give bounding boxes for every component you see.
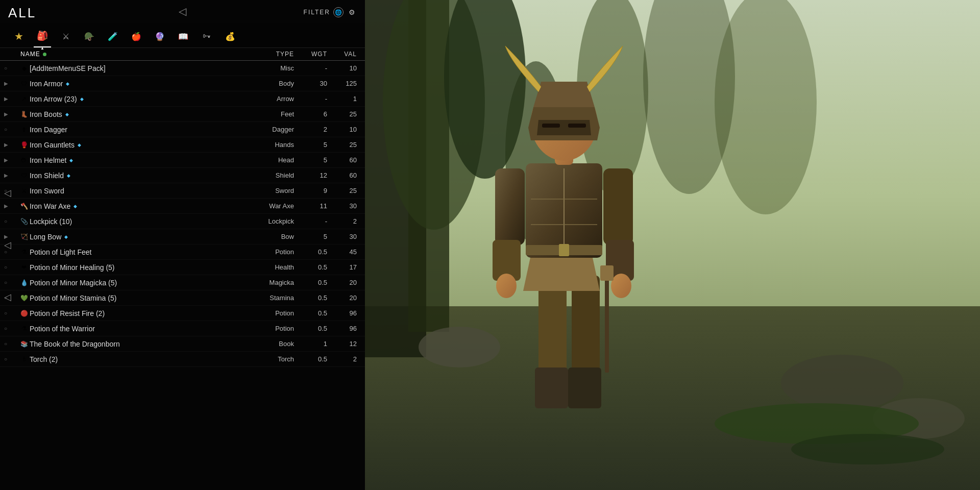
- item-name-cell: Iron Dagger: [30, 126, 243, 134]
- tab-all[interactable]: 🎒 ▲: [34, 25, 51, 47]
- nav-arrow-up[interactable]: ◁: [4, 187, 11, 199]
- tab-keys[interactable]: 🗝: [198, 28, 215, 45]
- item-type: Torch: [243, 355, 294, 363]
- filter-globe-icon[interactable]: 🌐: [333, 7, 344, 17]
- item-icon: 📎: [18, 218, 30, 225]
- item-row[interactable]: ○🔴Potion of Resist Fire (2)Potion0.596: [0, 306, 365, 321]
- item-weight: 5: [294, 141, 327, 149]
- item-name-cell: Potion of Resist Fire (2): [30, 309, 243, 317]
- equipped-diamond-icon: ◆: [65, 112, 69, 117]
- item-row[interactable]: ○⚔Iron SwordSword925: [0, 183, 365, 199]
- item-row[interactable]: ▶👢Iron Boots◆Feet625: [0, 107, 365, 122]
- item-row[interactable]: ▶🏹Long Bow◆Bow530: [0, 229, 365, 244]
- item-name-text: Iron Helmet: [30, 156, 66, 164]
- item-row[interactable]: ▶🛡Iron Shield◆Shield1260: [0, 168, 365, 183]
- row-selection-arrow: ▶: [4, 96, 18, 102]
- item-icon: 🔴: [18, 310, 30, 317]
- row-selection-arrow: ○: [4, 127, 18, 132]
- tab-favorites[interactable]: ★: [10, 28, 28, 45]
- row-selection-arrow: ▶: [4, 157, 18, 163]
- equipped-diamond-icon: ◆: [78, 142, 81, 148]
- item-name-cell: Potion of Minor Magicka (5): [30, 279, 243, 287]
- row-selection-arrow: ▶: [4, 173, 18, 178]
- item-name-text: Potion of Minor Stamina (5): [30, 294, 116, 302]
- item-weight: 9: [294, 187, 327, 194]
- item-icon: 🥊: [18, 141, 30, 149]
- item-row[interactable]: ○⚗Potion of Light FeetPotion0.545: [0, 244, 365, 260]
- item-weight: 0.5: [294, 309, 327, 317]
- item-row[interactable]: ○⚗Potion of the WarriorPotion0.596: [0, 321, 365, 336]
- item-name-text: Iron Shield: [30, 172, 64, 180]
- item-value: 17: [327, 263, 357, 271]
- item-name-text: Potion of Minor Magicka (5): [30, 279, 117, 287]
- filter-settings-icon[interactable]: ⚙: [347, 7, 357, 17]
- svg-rect-18: [568, 368, 601, 408]
- tab-ingredients[interactable]: 🔮: [151, 28, 168, 45]
- svg-rect-17: [535, 368, 568, 408]
- row-selection-arrow: ○: [4, 310, 18, 316]
- item-row[interactable]: ○🗡Iron DaggerDagger210: [0, 122, 365, 137]
- item-weight: -: [294, 217, 327, 225]
- equipped-diamond-icon: ◆: [80, 96, 84, 102]
- nav-arrow-mid[interactable]: ◁: [4, 239, 11, 251]
- item-value: 2: [327, 355, 357, 363]
- item-weight: 5: [294, 156, 327, 164]
- item-weight: 0.5: [294, 325, 327, 332]
- item-value: 60: [327, 172, 357, 179]
- item-row[interactable]: ▶🪓Iron War Axe◆War Axe1130: [0, 199, 365, 214]
- item-type: Lockpick: [243, 217, 294, 225]
- item-value: 45: [327, 248, 357, 256]
- row-selection-arrow: ○: [4, 326, 18, 331]
- item-row[interactable]: ▶⛑Iron Helmet◆Head560: [0, 153, 365, 168]
- item-row[interactable]: ○💧Potion of Minor Magicka (5)Magicka0.52…: [0, 275, 365, 290]
- item-name-cell: [AddItemMenuSE Pack]: [30, 64, 243, 72]
- item-value: 2: [327, 217, 357, 225]
- item-row[interactable]: ○🕯Torch (2)Torch0.52: [0, 352, 365, 367]
- item-value: 12: [327, 340, 357, 348]
- item-value: 20: [327, 279, 357, 286]
- svg-point-11: [781, 355, 903, 411]
- item-name-text: [AddItemMenuSE Pack]: [30, 64, 106, 72]
- tab-weapons[interactable]: ⚔: [57, 28, 75, 45]
- item-row[interactable]: ○💚Potion of Minor Stamina (5)Stamina0.52…: [0, 290, 365, 306]
- item-icon: ◆: [18, 65, 30, 72]
- item-value: 96: [327, 309, 357, 317]
- tab-books[interactable]: 📖: [175, 28, 192, 45]
- item-value: 125: [327, 80, 357, 87]
- item-row[interactable]: ○📎Lockpick (10)Lockpick-2: [0, 214, 365, 229]
- item-row[interactable]: ○◆[AddItemMenuSE Pack]Misc-10: [0, 61, 365, 76]
- tab-misc[interactable]: 💰: [222, 28, 239, 45]
- item-weight: -: [294, 64, 327, 72]
- back-arrow[interactable]: ◁: [179, 5, 186, 17]
- tab-armor[interactable]: 🪖: [81, 28, 98, 45]
- item-name-text: Iron Gauntlets: [30, 141, 75, 149]
- item-name-cell: Potion of Light Feet: [30, 248, 243, 256]
- character-figure: [459, 41, 664, 439]
- tab-food[interactable]: 🍎: [128, 28, 145, 45]
- item-row[interactable]: ▶🛡Iron Armor◆Body30125: [0, 76, 365, 91]
- tab-potions[interactable]: 🧪: [104, 28, 121, 45]
- item-name-text: Iron Dagger: [30, 126, 67, 134]
- item-row[interactable]: ▶↗Iron Arrow (23)◆Arrow-1: [0, 91, 365, 107]
- table-header: NAME TYPE WGT VAL: [0, 48, 365, 61]
- row-selection-arrow: ▶: [4, 142, 18, 148]
- item-name-text: Long Bow: [30, 233, 61, 241]
- item-name-text: Potion of Resist Fire (2): [30, 309, 105, 317]
- equipped-diamond-icon: ◆: [66, 81, 69, 86]
- item-name-cell: Potion of Minor Healing (5): [30, 263, 243, 272]
- item-icon: 🛡: [18, 80, 30, 87]
- item-type: War Axe: [243, 202, 294, 210]
- svg-point-14: [791, 434, 944, 464]
- equipped-diamond-icon: ◆: [67, 173, 70, 178]
- category-tabs: ★ 🎒 ▲ ⚔ 🪖 🧪 🍎 🔮 📖 🗝 💰: [0, 23, 365, 48]
- nav-arrow-down[interactable]: ◁: [4, 291, 11, 303]
- item-row[interactable]: ▶🥊Iron Gauntlets◆Hands525: [0, 137, 365, 153]
- item-name-text: Iron War Axe: [30, 202, 70, 210]
- item-row[interactable]: ○📚The Book of the DragonbornBook112: [0, 336, 365, 352]
- equipped-diamond-icon: ◆: [74, 204, 77, 209]
- item-name-cell: Iron Helmet◆: [30, 156, 243, 164]
- item-value: 25: [327, 187, 357, 194]
- item-row[interactable]: ○❤Potion of Minor Healing (5)Health0.517: [0, 260, 365, 275]
- item-icon: ❤: [18, 264, 30, 271]
- item-name-text: Potion of the Warrior: [30, 325, 95, 333]
